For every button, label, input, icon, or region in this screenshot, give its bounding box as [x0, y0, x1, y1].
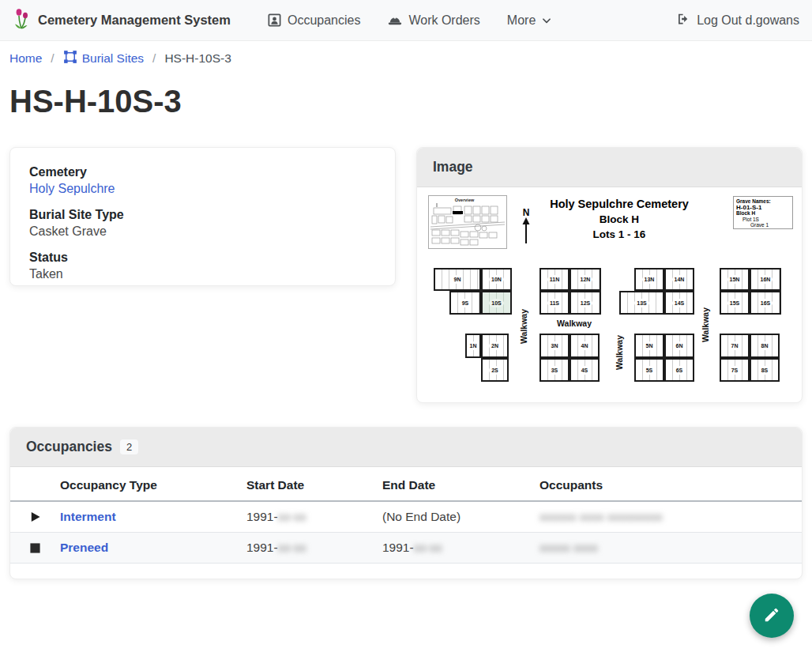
map-cell-label: 3S: [549, 366, 561, 375]
occupancy-link-preneed[interactable]: Preneed: [60, 541, 108, 554]
end-date-redacted: xx-xx: [414, 541, 442, 554]
map-cell-3s: 3S: [539, 358, 570, 382]
start-date-prefix: 1991-: [246, 541, 278, 554]
nav-item-work-orders[interactable]: Work Orders: [387, 13, 479, 28]
map-cell-label: 16N: [758, 275, 773, 284]
map-title-line2: Block H: [521, 212, 718, 227]
map-cell-label: 5S: [644, 366, 656, 375]
hard-hat-icon: [387, 13, 403, 28]
map-cell-label: 4S: [579, 366, 591, 375]
image-card: Image Overview: [416, 147, 803, 403]
map-cell-label: 9S: [460, 299, 472, 307]
map-cell-label: 15S: [727, 299, 742, 307]
tulip-logo-icon: [13, 8, 32, 33]
map-cell-label: 7N: [729, 341, 741, 350]
map-cell-14n: 14N: [664, 268, 694, 291]
map-cell-2s: 2S: [481, 358, 509, 382]
map-cell-4s: 4S: [570, 358, 600, 382]
cemetery-link[interactable]: Holy Sepulchre: [29, 182, 115, 195]
map-cell-label: 13N: [642, 275, 657, 284]
breadcrumb-separator: /: [51, 51, 54, 66]
map-cell-label: 1N: [468, 341, 479, 350]
map-cell-9s: 9S: [449, 291, 481, 315]
legend-line: H-01-S-1: [736, 205, 790, 211]
plot-map-cells: Overview: [426, 190, 795, 393]
map-cell-2n: 2N: [481, 334, 509, 358]
nav-item-occupancies[interactable]: Occupancies: [267, 13, 361, 28]
legend-line: Block H: [736, 210, 790, 217]
grave-names-legend: Grave Names: H-01-S-1 Block H Plot 1S Gr…: [733, 196, 793, 229]
map-cell-6n: 6N: [664, 334, 694, 358]
nav-label-more: More: [507, 13, 536, 28]
map-cell-label: 6S: [674, 366, 686, 375]
occupancies-count-badge: 2: [120, 439, 138, 454]
logout-label: Log Out d.gowans: [697, 13, 799, 28]
map-cell-13s: 13S: [619, 291, 664, 315]
top-navbar: Cemetery Management System Occupancies: [0, 0, 812, 41]
map-cell-12s: 12S: [570, 291, 601, 315]
occupants-redacted: xxxxx xxxx: [539, 541, 598, 554]
col-occupancy-type: Occupancy Type: [51, 467, 237, 501]
col-end-date: End Date: [373, 467, 530, 501]
play-icon: [20, 511, 41, 523]
map-cell-16n: 16N: [750, 268, 781, 291]
occupancy-frame-icon: [267, 13, 282, 28]
map-title-line3: Lots 1 - 16: [521, 227, 718, 242]
legend-line: Grave 1: [736, 222, 790, 228]
col-start-date: Start Date: [237, 467, 373, 501]
map-cell-label: 12S: [578, 299, 592, 307]
walkway-label: Walkway: [519, 301, 532, 352]
walkway-label: Walkway: [549, 319, 600, 331]
map-cell-label: 9N: [452, 275, 464, 284]
map-title: Holy Sepulchre Cemetery Block H Lots 1 -…: [521, 197, 718, 242]
edit-fab-button[interactable]: [750, 594, 794, 638]
app-brand[interactable]: Cemetery Management System: [13, 8, 231, 33]
burial-site-icon: [63, 50, 77, 67]
map-cell-1n: 1N: [465, 334, 481, 358]
map-cell-3n: 3N: [539, 334, 570, 358]
page-title: HS-H-10S-3: [9, 84, 182, 119]
occupancy-link-interment[interactable]: Interment: [60, 510, 116, 523]
occupancies-card-header: Occupancies 2: [10, 428, 802, 467]
image-card-header: Image: [417, 148, 802, 187]
overview-map-sketch: [429, 203, 506, 247]
map-cell-label: 2S: [489, 366, 501, 375]
map-cell-11n: 11N: [539, 268, 570, 291]
stop-icon: [20, 542, 41, 554]
map-cell-5s: 5S: [634, 358, 664, 382]
map-cell-11s: 11S: [539, 291, 570, 315]
legend-line: Plot 1S: [736, 217, 790, 223]
table-row-preneed: Preneed 1991-xx-xx 1991-xx-xx xxxxx xxxx: [10, 533, 802, 564]
map-cell-10s: 10S: [481, 291, 512, 315]
nav-label-occupancies: Occupancies: [288, 13, 361, 28]
occupancies-title: Occupancies: [26, 439, 112, 455]
map-cell-label: 11S: [547, 299, 562, 307]
image-card-title: Image: [433, 159, 473, 175]
map-cell-label: 8N: [759, 341, 771, 350]
col-occupants: Occupants: [530, 467, 802, 501]
breadcrumb-burial-sites[interactable]: Burial Sites: [63, 50, 144, 67]
map-cell-label: 14S: [672, 299, 686, 307]
icon-column-header: [10, 467, 51, 501]
map-cell-15s: 15S: [720, 291, 750, 315]
map-cell-12n: 12N: [570, 268, 601, 291]
chevron-down-icon: [541, 15, 552, 26]
breadcrumb-home[interactable]: Home: [9, 51, 42, 66]
nav-menu: Occupancies Work Orders More: [267, 13, 654, 28]
breadcrumb-separator: /: [152, 51, 156, 66]
logout-button[interactable]: Log Out d.gowans: [676, 12, 799, 29]
status-value: Taken: [29, 267, 376, 281]
table-header-row: Occupancy Type Start Date End Date Occup…: [10, 467, 802, 501]
map-cell-15n: 15N: [720, 268, 750, 291]
map-title-line1: Holy Sepulchre Cemetery: [521, 197, 718, 212]
map-cell-label: 5N: [644, 341, 656, 350]
occupants-redacted: xxxxxx xxxx xxxxxxxxx: [539, 510, 663, 523]
map-cell-label: 3N: [549, 341, 561, 350]
nav-item-more[interactable]: More: [507, 13, 552, 28]
table-row-interment: Interment 1991-xx-xx (No End Date) xxxxx…: [10, 501, 802, 533]
map-cell-5n: 5N: [634, 334, 664, 358]
map-cell-8n: 8N: [750, 334, 780, 358]
occupancies-table: Occupancy Type Start Date End Date Occup…: [10, 467, 802, 564]
overview-minimap: Overview: [428, 195, 507, 249]
end-date-value: (No End Date): [382, 510, 461, 523]
